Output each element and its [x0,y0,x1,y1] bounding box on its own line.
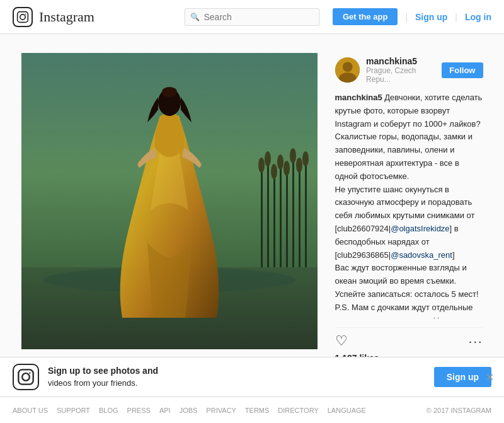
mention-link-1[interactable]: @olgatsIrekidze [391,224,449,233]
caption-text: Девчонки, хотите сделать крутые фото, ко… [335,93,483,318]
footer-link-language[interactable]: LANGUAGE [328,407,366,414]
footer-link-directory[interactable]: DIRECTORY [278,407,318,414]
signup-header-button[interactable]: Sign up [415,12,447,22]
right-panel: manchkina5 Prague, Czech Repu... Follow … [335,53,483,363]
svg-point-17 [277,154,284,170]
mention-link-2[interactable]: @sadovska_rent [391,250,452,260]
main-content: manchkina5 Prague, Czech Repu... Follow … [0,34,504,363]
post-actions: ♡ ··· [335,327,483,349]
post-image [21,53,318,349]
header: Instagram 🔍 Get the app | Sign up | Log … [0,0,504,34]
svg-point-14 [258,158,265,173]
svg-rect-9 [280,163,282,267]
svg-point-19 [290,148,296,163]
footer-copyright: © 2017 INSTAGRAM [427,407,491,414]
post-username[interactable]: manchkina5 [366,56,442,66]
post-image-container [21,53,318,349]
footer-link-support[interactable]: SUPPORT [57,407,90,414]
signup-bar-icon [13,364,39,390]
svg-point-1 [20,14,25,19]
header-divider2: | [455,12,457,22]
svg-point-16 [271,164,277,179]
svg-rect-12 [299,166,301,267]
user-details: manchkina5 Prague, Czech Repu... [366,56,442,84]
search-input[interactable] [185,8,320,26]
login-button[interactable]: Log in [465,12,491,22]
signup-bar-button[interactable]: Sign up [434,367,491,387]
user-info-left: manchkina5 Prague, Czech Repu... [335,56,442,84]
svg-point-20 [296,158,302,173]
user-info: manchkina5 Prague, Czech Repu... Follow [335,56,483,84]
like-button[interactable]: ♡ [335,333,348,349]
footer-link-privacy[interactable]: PRIVACY [206,407,236,414]
svg-point-29 [29,372,30,373]
svg-point-23 [162,87,177,97]
svg-rect-11 [292,157,294,267]
footer-link-about-us[interactable]: ABOUT US [13,407,48,414]
svg-rect-8 [273,173,275,267]
signup-bar-text-normal: videos from your friends. [48,378,158,389]
signup-bar-text-bold: Sign up to see photos and [48,365,158,378]
svg-rect-27 [18,369,33,384]
signup-bar: Sign up to see photos and videos from yo… [0,357,504,397]
get-app-button[interactable]: Get the app [333,8,398,25]
post-image-svg [21,53,318,349]
logo-area: Instagram [13,7,94,27]
header-actions: Get the app | Sign up | Log in [333,8,491,25]
signup-bar-text: Sign up to see photos and videos from yo… [48,365,158,389]
avatar[interactable] [335,57,360,83]
svg-rect-6 [261,166,263,267]
svg-rect-13 [305,160,307,267]
logo-text: Instagram [39,9,94,25]
follow-button[interactable]: Follow [442,62,483,78]
svg-point-15 [265,151,271,166]
close-signup-button[interactable]: ✕ [486,371,494,383]
svg-rect-10 [286,170,288,267]
svg-rect-7 [267,160,269,267]
svg-point-2 [25,13,26,14]
svg-point-25 [342,62,352,72]
signup-bar-left: Sign up to see photos and videos from yo… [13,364,158,390]
footer: ABOUT USSUPPORTBLOGPRESSAPIJOBSPRIVACYTE… [0,397,504,423]
caption-username[interactable]: manchkina5 [335,93,382,102]
more-button[interactable]: ··· [469,334,483,349]
header-divider: | [405,12,408,22]
footer-link-api[interactable]: API [159,407,171,414]
footer-links: ABOUT USSUPPORTBLOGPRESSAPIJOBSPRIVACYTE… [13,407,366,414]
post-location: Prague, Czech Repu... [366,66,442,84]
post-caption: manchkina5 Девчонки, хотите сделать крут… [335,91,483,318]
footer-link-blog[interactable]: BLOG [99,407,118,414]
svg-point-18 [284,161,290,176]
svg-point-21 [302,151,309,166]
footer-link-jobs[interactable]: JOBS [180,407,198,414]
footer-link-terms[interactable]: TERMS [245,407,270,414]
search-icon: 🔍 [190,13,200,21]
svg-point-28 [22,373,30,381]
footer-link-press[interactable]: PRESS [127,407,151,414]
svg-rect-0 [18,11,28,22]
search-area: 🔍 [185,8,320,26]
instagram-logo-icon [13,7,33,27]
